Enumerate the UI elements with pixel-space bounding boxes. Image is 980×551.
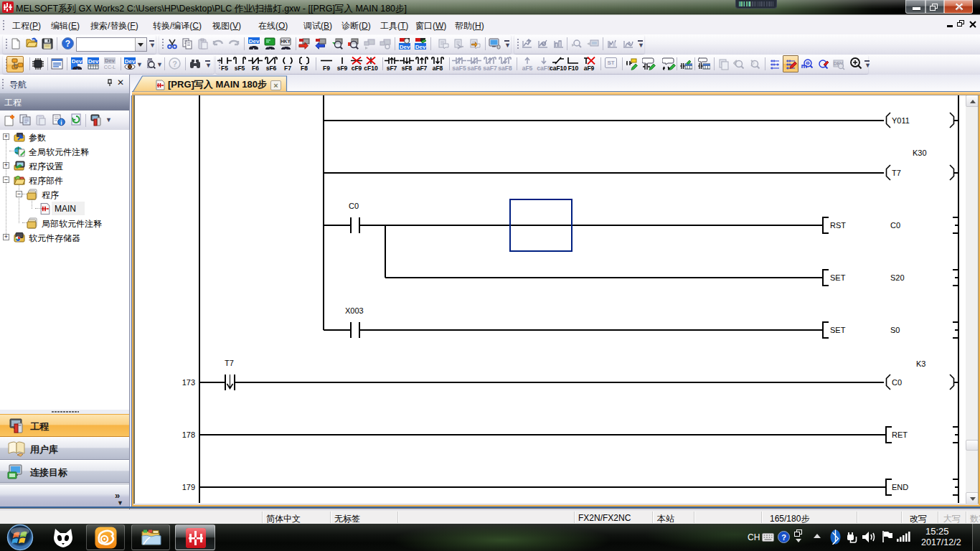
svg-text:HKY: HKY [281, 39, 291, 44]
svg-text:Dev: Dev [400, 44, 410, 50]
svg-text:i: i [60, 119, 62, 126]
svg-text:178: 178 [182, 430, 195, 439]
svg-text:C0: C0 [890, 221, 900, 230]
svg-text:?: ? [172, 60, 177, 68]
svg-text:X003: X003 [345, 306, 364, 315]
svg-text:173: 173 [182, 378, 195, 387]
svg-text:C0: C0 [349, 202, 359, 210]
svg-text:RST: RST [830, 221, 846, 230]
svg-text:SET: SET [830, 273, 846, 282]
svg-text:S0: S0 [890, 326, 900, 334]
svg-text:Dev: Dev [249, 38, 260, 44]
svg-text:Dev: Dev [415, 44, 426, 50]
svg-text:Dev: Dev [125, 58, 136, 65]
svg-text:179: 179 [182, 483, 195, 491]
svg-text:T7: T7 [225, 359, 234, 367]
svg-text:Y011: Y011 [892, 116, 910, 125]
svg-text:Dev: Dev [88, 58, 99, 65]
svg-text:?: ? [65, 39, 70, 49]
svg-text:Dev: Dev [105, 57, 116, 64]
svg-text:K3: K3 [916, 359, 925, 368]
svg-text:?: ? [781, 533, 786, 542]
svg-text:C0: C0 [892, 378, 902, 387]
svg-text:RET: RET [892, 430, 908, 439]
svg-text:END: END [892, 483, 908, 491]
svg-text:CC-L: CC-L [104, 65, 116, 70]
svg-text:K30: K30 [913, 149, 927, 157]
svg-text:SET: SET [830, 326, 846, 334]
svg-text:T7: T7 [892, 169, 901, 177]
svg-text:S20: S20 [890, 273, 905, 282]
svg-text:Dev: Dev [72, 58, 83, 65]
